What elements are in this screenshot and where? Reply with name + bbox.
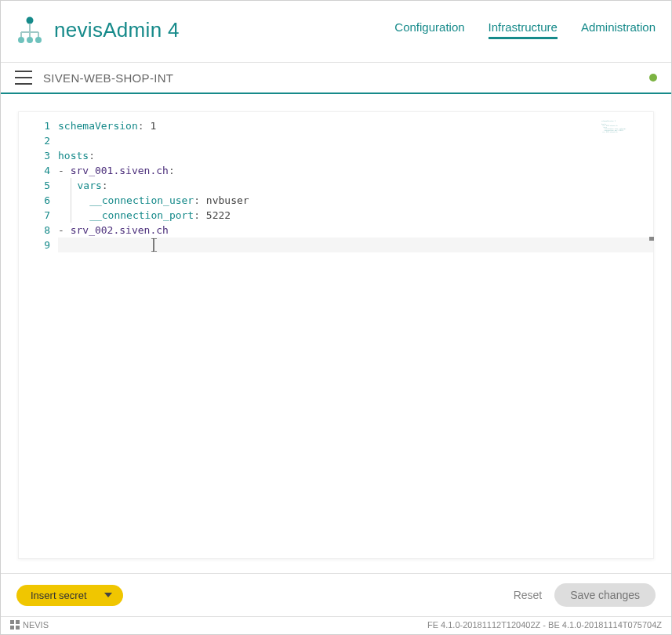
action-bar: Insert secret Reset Save changes: [1, 573, 671, 616]
line-number: 8: [19, 223, 50, 238]
svg-point-8: [35, 37, 42, 43]
nav-configuration[interactable]: Configuration: [394, 20, 464, 39]
code-line[interactable]: __connection_user: nvbuser: [58, 193, 653, 208]
editor-container: 123456789 schemaVersion: 1hosts:- srv_00…: [1, 94, 671, 573]
vendor-brand: NEVIS: [10, 620, 49, 630]
status-indicator-icon: [649, 74, 657, 82]
svg-rect-11: [10, 626, 14, 630]
app-title: nevisAdmin 4: [54, 18, 180, 42]
line-number: 4: [19, 163, 50, 178]
line-number: 1: [19, 118, 50, 133]
minimap[interactable]: schemaVersion 1 hosts srv_001.siven.ch v…: [601, 120, 645, 132]
insert-secret-button[interactable]: Insert secret: [16, 585, 123, 606]
vendor-name: NEVIS: [23, 620, 49, 630]
context-bar: SIVEN-WEB-SHOP-INT: [1, 62, 671, 94]
code-line[interactable]: - srv_002.siven.ch: [58, 223, 653, 238]
code-line[interactable]: vars:: [58, 178, 653, 193]
code-editor[interactable]: 123456789 schemaVersion: 1hosts:- srv_00…: [18, 111, 654, 559]
breadcrumb: SIVEN-WEB-SHOP-INT: [43, 71, 173, 85]
svg-point-7: [27, 37, 33, 43]
text-cursor-icon: [154, 239, 154, 251]
line-number: 3: [19, 148, 50, 163]
insert-secret-label: Insert secret: [31, 590, 87, 601]
code-line[interactable]: hosts:: [58, 148, 653, 163]
version-label: FE 4.1.0-20181112T120402Z - BE 4.1.0-201…: [427, 620, 662, 630]
scrollbar-marker: [649, 237, 654, 241]
chevron-down-icon: [104, 593, 112, 597]
reset-button[interactable]: Reset: [514, 589, 543, 601]
svg-rect-10: [16, 620, 20, 624]
code-line[interactable]: [58, 238, 653, 252]
top-nav: Configuration Infrastructure Administrat…: [394, 20, 656, 39]
nav-infrastructure[interactable]: Infrastructure: [489, 20, 558, 39]
code-line[interactable]: schemaVersion: 1: [58, 118, 653, 133]
app-header: nevisAdmin 4 Configuration Infrastructur…: [1, 1, 671, 62]
logo-block: nevisAdmin 4: [15, 15, 180, 45]
line-number-gutter: 123456789: [19, 112, 58, 558]
svg-rect-9: [10, 620, 14, 624]
save-changes-button[interactable]: Save changes: [554, 583, 656, 607]
line-number: 9: [19, 238, 50, 252]
footer: NEVIS FE 4.1.0-20181112T120402Z - BE 4.1…: [1, 616, 671, 634]
line-number: 6: [19, 193, 50, 208]
nav-administration[interactable]: Administration: [581, 20, 656, 39]
svg-rect-12: [16, 626, 20, 630]
menu-icon[interactable]: [15, 71, 32, 85]
svg-point-6: [18, 37, 24, 43]
line-number: 7: [19, 208, 50, 223]
line-number: 2: [19, 133, 50, 148]
code-line[interactable]: [58, 133, 653, 148]
line-number: 5: [19, 178, 50, 193]
code-line[interactable]: __connection_port: 5222: [58, 208, 653, 223]
code-content[interactable]: schemaVersion: 1hosts:- srv_001.siven.ch…: [58, 112, 653, 558]
svg-point-0: [27, 17, 34, 24]
app-logo-icon: [15, 15, 45, 45]
code-line[interactable]: - srv_001.siven.ch:: [58, 163, 653, 178]
